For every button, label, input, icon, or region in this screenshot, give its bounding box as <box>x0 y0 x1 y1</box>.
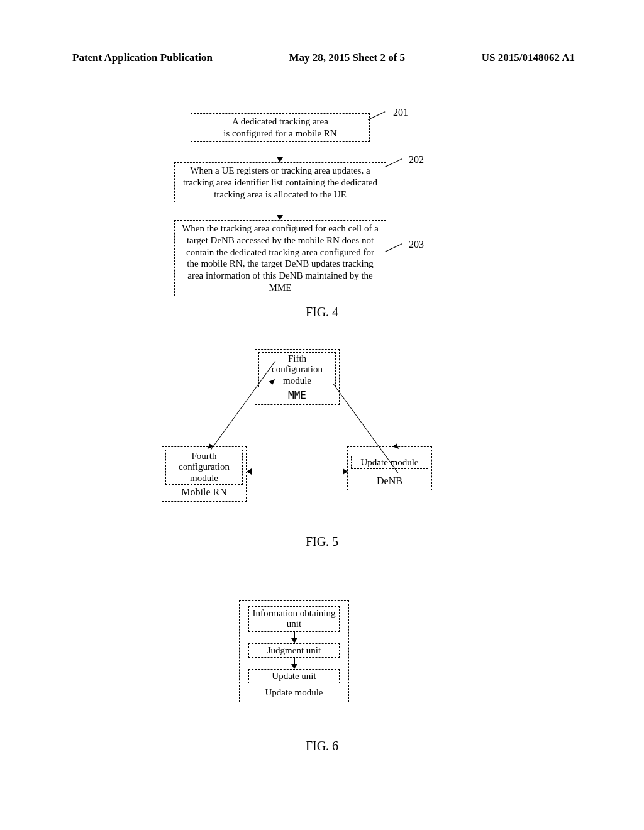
arrow-head-icon <box>247 468 252 475</box>
figure-6-caption: FIG. 6 <box>0 739 644 753</box>
page-header: Patent Application Publication May 28, 2… <box>0 52 644 64</box>
rn-inner-module: Fourth configuration module <box>165 450 243 485</box>
arrow-down-icon <box>280 198 280 217</box>
mme-label: MME <box>258 389 336 401</box>
arrow-head-icon <box>277 157 283 162</box>
judgment-unit: Judgment unit <box>248 643 340 658</box>
callout-label-202: 202 <box>409 154 424 165</box>
fig4-step-201: A dedicated tracking area is configured … <box>191 113 370 142</box>
callout-line <box>385 243 402 252</box>
mobile-rn-node: Fourth configuration module Mobile RN <box>162 446 247 502</box>
mme-node: Fifth configuration module MME <box>255 349 340 405</box>
info-obtaining-unit: Information obtaining unit <box>248 606 340 632</box>
arrow-head-icon <box>277 215 283 220</box>
update-module-box: Information obtaining unit Judgment unit… <box>239 600 349 702</box>
arrow-head-icon <box>343 468 348 475</box>
header-right: US 2015/0148062 A1 <box>482 52 575 64</box>
connector-line <box>211 361 276 450</box>
fig4-step-203: When the tracking area configured for ea… <box>174 220 386 296</box>
arrow-down-icon <box>248 632 340 643</box>
connector-line <box>245 472 348 472</box>
figure-5-caption: FIG. 5 <box>0 534 644 549</box>
denb-label: DeNB <box>351 475 428 487</box>
callout-line <box>385 158 402 167</box>
callout-label-203: 203 <box>409 239 424 250</box>
denb-node: Update module DeNB <box>347 446 432 490</box>
header-left: Patent Application Publication <box>72 52 213 64</box>
callout-label-201: 201 <box>393 107 408 118</box>
arrow-down-icon <box>248 658 340 669</box>
header-center: May 28, 2015 Sheet 2 of 5 <box>289 52 406 64</box>
update-unit: Update unit <box>248 669 340 683</box>
callout-line <box>368 111 386 120</box>
figure-4-caption: FIG. 4 <box>0 305 644 319</box>
fig4-step-202: When a UE registers or tracking area upd… <box>174 162 386 202</box>
update-module-label: Update module <box>248 687 340 698</box>
rn-label: Mobile RN <box>165 487 243 498</box>
